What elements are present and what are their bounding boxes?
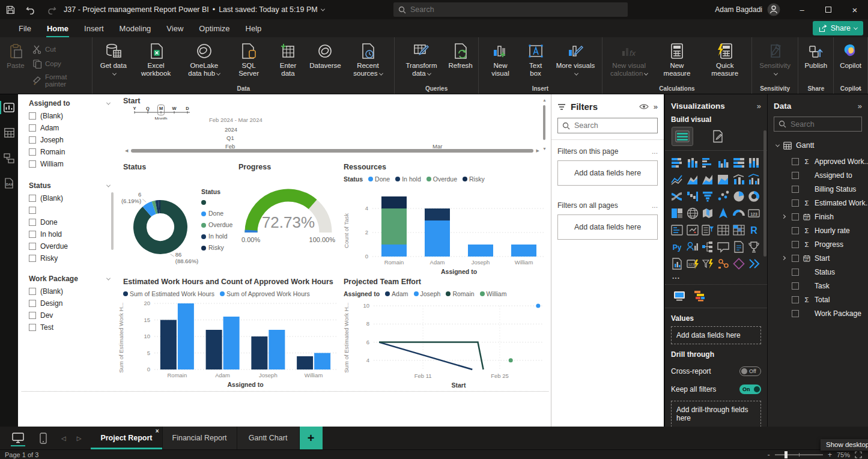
field-checkbox[interactable] — [792, 172, 799, 179]
qa-visual[interactable] — [716, 240, 730, 254]
power-platform-visual[interactable] — [747, 257, 761, 271]
paste-button[interactable]: Paste — [2, 40, 29, 72]
kpi[interactable] — [685, 223, 700, 237]
slicer-item[interactable]: Joseph — [29, 134, 110, 146]
collapse-data-icon[interactable]: » — [858, 102, 862, 111]
checkbox[interactable] — [29, 207, 36, 214]
field-checkbox[interactable] — [792, 282, 799, 290]
more-visual-types[interactable]: ... — [665, 271, 767, 285]
desktop-layout-icon[interactable] — [10, 430, 26, 446]
legend-item[interactable]: Risky — [463, 175, 485, 183]
slicer-item[interactable]: (Blank) — [29, 110, 110, 122]
menu-item-insert[interactable]: Insert — [76, 21, 112, 36]
slicer-item[interactable] — [29, 204, 110, 216]
field-checkbox[interactable] — [792, 296, 799, 303]
new-visual-calculation-button[interactable]: fxNew visual calculation — [605, 40, 653, 80]
format-painter-button[interactable]: Format painter — [31, 72, 87, 89]
gantt-visual-icon[interactable] — [693, 288, 707, 303]
slicer-scrollbar[interactable] — [111, 192, 114, 250]
mobile-layout-icon[interactable] — [35, 430, 52, 446]
sensitivity-button[interactable]: Sensitivity — [754, 40, 796, 80]
field-work-package[interactable]: Work Package — [768, 306, 868, 320]
checkbox[interactable] — [29, 300, 36, 307]
legend-item[interactable]: In hold — [395, 175, 421, 183]
global-search[interactable] — [393, 2, 628, 17]
field-hourly-rate[interactable]: ΣHourly rate — [768, 223, 868, 237]
report-canvas[interactable]: Assigned to(Blank)AdamJosephRomainWillia… — [18, 94, 551, 427]
checkbox[interactable] — [29, 148, 36, 156]
100-stacked-bar-chart[interactable] — [732, 156, 746, 170]
field-task[interactable]: Task — [768, 279, 868, 293]
title-dropdown-icon[interactable] — [321, 7, 325, 11]
new-page-button[interactable]: + — [300, 427, 323, 449]
100-stacked-area-chart[interactable] — [716, 172, 730, 187]
legend-item[interactable]: Overdue — [426, 175, 457, 183]
copilot-button[interactable]: Copilot — [836, 40, 865, 72]
build-visual-tab[interactable] — [672, 127, 693, 145]
checkbox[interactable] — [29, 160, 36, 168]
new-measure-button[interactable]: New measure — [653, 40, 700, 80]
refresh-button[interactable]: Refresh — [446, 40, 476, 72]
slicer[interactable] — [700, 223, 715, 237]
chevron-down-icon[interactable] — [106, 100, 111, 105]
gantt-zoom-control[interactable]: YQMMonthWD — [132, 104, 192, 120]
field-total[interactable]: ΣTotal — [768, 293, 868, 306]
slicer-item[interactable]: Design — [29, 297, 110, 309]
expand-icon[interactable] — [782, 256, 786, 260]
waterfall-chart[interactable] — [685, 189, 700, 204]
filters-this-page-dropzone[interactable]: Add data fields here — [557, 160, 658, 186]
menu-item-view[interactable]: View — [159, 21, 191, 36]
slicer-item[interactable]: Test — [29, 321, 110, 333]
filters-search-input[interactable] — [574, 121, 653, 130]
checkbox[interactable] — [29, 136, 36, 144]
field-checkbox[interactable] — [792, 241, 799, 248]
chevron-down-icon[interactable] — [775, 142, 780, 147]
recent-sources-button[interactable]: Recent sources — [344, 40, 392, 80]
checkbox[interactable] — [29, 195, 36, 202]
table-view-rail-item[interactable] — [0, 124, 18, 141]
zoom-out-button[interactable]: - — [768, 450, 770, 459]
previous-page-icon[interactable]: ◁ — [60, 435, 67, 442]
collapse-filters-icon[interactable]: » — [654, 102, 658, 111]
legend-item[interactable]: Romain — [446, 290, 474, 297]
stacked-bar-chart[interactable] — [670, 156, 684, 170]
close-tab-icon[interactable]: × — [156, 428, 159, 434]
ressources-chart-visual[interactable]: RessourcesStatusDoneIn holdOverdueRisky0… — [342, 159, 550, 276]
field-assigned-to[interactable]: Assigned to — [768, 168, 868, 182]
field-checkbox[interactable] — [792, 269, 799, 276]
slicer-item[interactable]: Adam — [29, 122, 110, 134]
checkbox[interactable] — [29, 288, 36, 295]
scatter-chart[interactable] — [716, 189, 730, 204]
field-checkbox[interactable] — [792, 255, 799, 262]
field-finish[interactable]: 17Finish — [768, 210, 868, 223]
status-donut-visual[interactable]: Status6(6.19%)86(88.66%)StatusDoneOverdu… — [117, 159, 234, 273]
sql-server-button[interactable]: SQL Server — [228, 40, 270, 80]
slicer-item[interactable]: William — [29, 158, 110, 170]
matrix[interactable] — [732, 223, 746, 237]
more-options-icon[interactable]: ... — [652, 201, 658, 210]
line-chart[interactable] — [670, 172, 684, 187]
slicer-item[interactable]: (Blank) — [29, 192, 110, 204]
azure-map[interactable] — [716, 206, 730, 220]
transform-data-button[interactable]: Transform data — [397, 40, 445, 80]
eye-icon[interactable] — [639, 103, 649, 110]
legend-item[interactable]: Joseph — [414, 290, 441, 297]
data-search-input[interactable] — [791, 120, 857, 129]
line-and-stacked-column-chart[interactable] — [732, 172, 746, 187]
undo-icon[interactable] — [20, 0, 41, 19]
expand-icon[interactable] — [782, 214, 786, 219]
chevron-down-icon[interactable] — [106, 183, 111, 187]
checkbox[interactable] — [29, 112, 36, 120]
slicer-item[interactable]: Dev — [29, 309, 110, 321]
cut-button[interactable]: Cut — [31, 43, 87, 55]
decomposition-tree[interactable] — [700, 240, 715, 254]
cross-report-toggle[interactable]: Off — [739, 366, 761, 376]
report-view-rail-item[interactable] — [0, 99, 18, 116]
projected-effort-chart-visual[interactable]: Projected Team EffortAssigned toAdamJose… — [342, 275, 550, 392]
pie-chart[interactable] — [732, 189, 746, 204]
field-status[interactable]: Status — [768, 265, 868, 279]
field-checkbox[interactable] — [792, 227, 799, 234]
progress-gauge-visual[interactable]: Progress72.73%0.00%100.00% — [235, 159, 341, 273]
user-name[interactable]: Adam Bagdadi — [715, 5, 762, 14]
gantt-vertical-scrollbar[interactable]: ▲ ▼ — [542, 99, 547, 150]
